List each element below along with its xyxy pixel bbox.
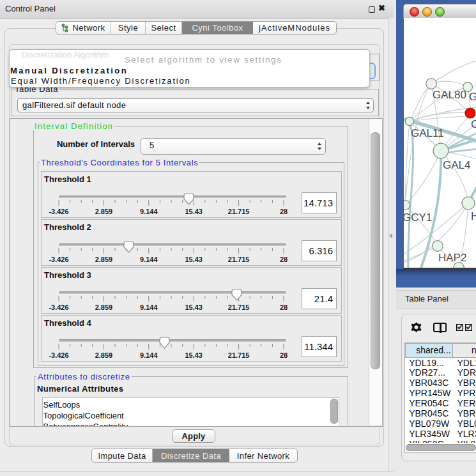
svg-text:GCY1: GCY1 bbox=[404, 211, 432, 224]
svg-text:GAL4: GAL4 bbox=[443, 159, 470, 171]
svg-text:GAL11: GAL11 bbox=[411, 127, 444, 139]
svg-text:HAP2: HAP2 bbox=[438, 252, 466, 264]
svg-text:GAL80: GAL80 bbox=[433, 89, 466, 101]
svg-text:GAL3: GAL3 bbox=[469, 91, 476, 103]
svg-text:CDC2: CDC2 bbox=[471, 118, 476, 130]
svg-text:HIS4: HIS4 bbox=[471, 210, 476, 222]
